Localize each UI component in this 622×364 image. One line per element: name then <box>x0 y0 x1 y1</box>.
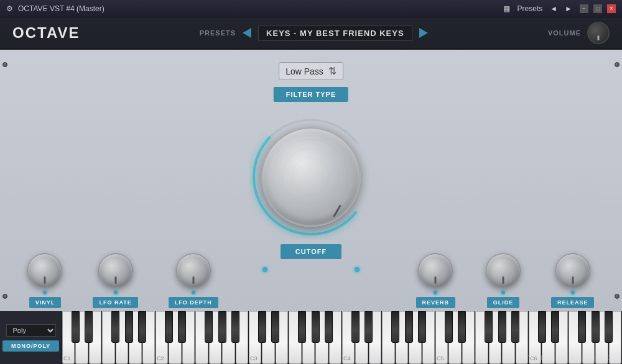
black-key[interactable] <box>498 311 506 343</box>
knobs-row: VINYL LFO RATE LFO DEPTH REVERB <box>0 253 622 308</box>
cutoff-knob-container: CUTOFF <box>249 115 373 259</box>
cutoff-knob-ring[interactable] <box>249 115 373 239</box>
lfo-depth-knob[interactable] <box>176 253 211 288</box>
vinyl-led <box>43 291 47 294</box>
black-key[interactable] <box>231 311 239 343</box>
preset-next-button[interactable] <box>419 28 428 38</box>
title-bar-left: ⚙ OCTAVE VST #4 (Master) <box>6 4 104 13</box>
glide-led <box>501 291 505 294</box>
black-key[interactable] <box>125 311 133 343</box>
lfo-rate-button[interactable]: LFO RATE <box>93 297 137 308</box>
lfo-rate-led <box>114 291 118 294</box>
dropdown-arrow-icon: ⇅ <box>328 65 337 77</box>
presets-btn[interactable]: Presets <box>518 4 543 13</box>
black-key[interactable] <box>218 311 226 343</box>
knob-item-lfo-depth: LFO DEPTH <box>169 253 218 308</box>
volume-label: VOLUME <box>548 29 581 37</box>
piano-note-label: C2 <box>157 355 164 362</box>
lfo-rate-knob[interactable] <box>98 253 133 288</box>
black-key[interactable] <box>165 311 173 343</box>
reverb-led <box>434 291 437 294</box>
release-knob[interactable] <box>555 253 590 288</box>
piano-note-label: C6 <box>530 355 537 362</box>
header-bar: OCTAVE PRESETS KEYS - MY BEST FRIEND KEY… <box>0 17 622 50</box>
svg-point-4 <box>292 158 329 195</box>
black-key[interactable] <box>458 311 466 343</box>
nav-prev-btn[interactable]: ◄ <box>550 4 557 13</box>
black-key[interactable] <box>605 311 613 343</box>
black-key[interactable] <box>298 311 306 343</box>
presets-label: PRESETS <box>200 29 236 37</box>
black-key[interactable] <box>551 311 559 343</box>
minimize-button[interactable]: − <box>580 4 588 13</box>
glide-button[interactable]: GLIDE <box>487 297 520 308</box>
black-key[interactable] <box>178 311 186 343</box>
mono-poly-button[interactable]: MONO/POLY <box>2 340 59 352</box>
black-key[interactable] <box>271 311 279 343</box>
black-key[interactable] <box>391 311 399 343</box>
svg-point-2 <box>273 139 348 214</box>
preset-prev-button[interactable] <box>243 28 251 38</box>
piano-controls: Poly MONO/POLY <box>0 311 62 364</box>
title-bar: ⚙ OCTAVE VST #4 (Master) ▦ Presets ◄ ► −… <box>0 0 622 17</box>
release-led <box>571 291 575 294</box>
plugin-body: OCTAVE PRESETS KEYS - MY BEST FRIEND KEY… <box>0 17 622 364</box>
piano-note-label: C4 <box>343 355 351 362</box>
knob-item-reverb: REVERB <box>416 253 456 308</box>
filter-type-dropdown[interactable]: Low Pass ⇅ <box>279 62 343 80</box>
preset-name: KEYS - MY BEST FRIEND KEYS <box>258 25 412 41</box>
knob-item-vinyl: VINYL <box>27 253 62 308</box>
screw-top-left <box>2 62 7 67</box>
title-bar-right: ▦ Presets ◄ ► − □ × <box>503 4 616 13</box>
piano-keys[interactable]: MY BEST FRIEND JACOB C1C2C3C4C5C6 <box>62 311 622 364</box>
black-key[interactable] <box>578 311 586 343</box>
black-key[interactable] <box>364 311 373 343</box>
gear-icon: ⚙ <box>6 4 13 13</box>
black-key[interactable] <box>351 311 360 343</box>
svg-point-3 <box>282 148 338 204</box>
black-key[interactable] <box>138 311 146 343</box>
black-key[interactable] <box>72 311 80 343</box>
black-key[interactable] <box>205 311 213 343</box>
black-key[interactable] <box>85 311 93 343</box>
release-button[interactable]: RELEASE <box>551 297 595 308</box>
filter-type-button[interactable]: FILTER TYPE <box>274 87 348 102</box>
window-controls: − □ × <box>580 4 616 13</box>
cutoff-knob-face[interactable] <box>261 127 361 227</box>
window-title: OCTAVE VST #4 (Master) <box>18 4 104 13</box>
knob-item-lfo-rate: LFO RATE <box>93 253 137 308</box>
screw-top-right <box>615 62 620 67</box>
black-key[interactable] <box>405 311 413 343</box>
vinyl-button[interactable]: VINYL <box>29 297 62 308</box>
preset-area: PRESETS KEYS - MY BEST FRIEND KEYS <box>200 25 429 41</box>
reverb-button[interactable]: REVERB <box>416 297 456 308</box>
logo: OCTAVE <box>12 24 80 42</box>
piano-container: Poly MONO/POLY MY BEST FRIEND JACOB C1C2… <box>0 311 622 364</box>
close-button[interactable]: × <box>607 4 616 13</box>
lfo-depth-led <box>192 291 195 294</box>
glide-knob[interactable] <box>486 253 521 288</box>
black-key[interactable] <box>325 311 333 343</box>
black-key[interactable] <box>445 311 453 343</box>
lfo-depth-button[interactable]: LFO DEPTH <box>169 297 218 308</box>
black-key[interactable] <box>511 311 519 343</box>
black-key[interactable] <box>312 311 320 343</box>
black-key[interactable] <box>418 311 426 343</box>
black-key[interactable] <box>538 311 546 343</box>
black-key[interactable] <box>485 311 493 343</box>
knob-item-glide: GLIDE <box>486 253 521 308</box>
main-content: Low Pass ⇅ FILTER TYPE <box>0 50 622 364</box>
black-key[interactable] <box>258 311 266 343</box>
restore-button[interactable]: □ <box>593 4 602 13</box>
vinyl-knob[interactable] <box>27 253 62 288</box>
poly-select[interactable]: Poly <box>6 324 56 337</box>
piano-note-label: C1 <box>63 355 71 362</box>
piano-note-label: C5 <box>437 355 444 362</box>
piano-note-label: C3 <box>250 355 258 362</box>
knob-item-release: RELEASE <box>551 253 595 308</box>
reverb-knob[interactable] <box>418 253 453 288</box>
nav-next-btn[interactable]: ► <box>565 4 572 13</box>
black-key[interactable] <box>111 311 119 343</box>
black-key[interactable] <box>592 311 600 343</box>
volume-knob[interactable] <box>587 22 610 44</box>
